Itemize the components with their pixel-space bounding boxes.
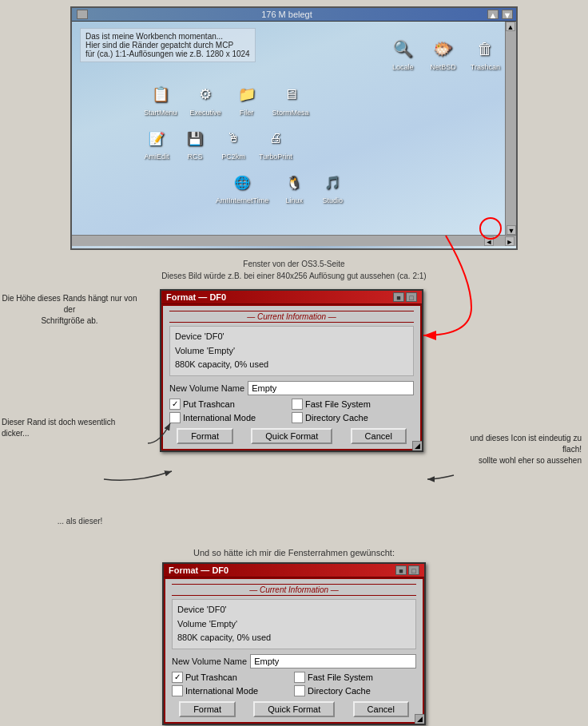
checkbox-trashcan-label-2: Put Trashcan: [185, 672, 237, 682]
wb-icons-top: 🔍 Locale 🐡 NetBSD 🗑 Trashcan: [390, 36, 500, 71]
wb-title-btn-left[interactable]: [77, 10, 88, 19]
checkbox-trashcan-box-1[interactable]: ✓: [169, 399, 181, 410]
filer-icon: 📁: [234, 81, 260, 107]
title-btn-zoom[interactable]: □: [406, 292, 417, 302]
wb-icon-netbsd[interactable]: 🐡 NetBSD: [430, 36, 456, 71]
annotation-resolution: Dieses Bild würde z.B. bei einer 840x256…: [0, 270, 588, 282]
studio-icon: 🎵: [320, 169, 345, 195]
checkbox-dircache-box-1[interactable]: [292, 412, 303, 423]
info-section-2: Device 'DF0' Volume 'Empty' 880K capacit…: [172, 599, 416, 649]
checkbox-row2-1: International Mode Directory Cache: [169, 412, 414, 423]
checkbox-trashcan-2: ✓ Put Trashcan: [172, 672, 294, 683]
annotation-top: Fenster von der OS3.5-Seite Dieses Bild …: [0, 258, 588, 282]
wb-icon-rcs[interactable]: 💾 RCS: [182, 125, 208, 161]
button-row-2: Format Quick Format Cancel: [172, 701, 416, 717]
wb-icons-row4: 🌐 AmIInternetTime 🐧 Linux 🎵 Studio: [216, 169, 345, 204]
wb-scrollbar-bottom[interactable]: ◄ ►: [72, 235, 516, 246]
info-line3-2: 880K capacity, 0% used: [177, 631, 411, 645]
format-title-1: Format — DF0: [166, 292, 393, 302]
checkbox-ffs-box-2[interactable]: [294, 672, 305, 683]
format-title-btns-2: ■ □: [395, 565, 419, 575]
button-row-1: Format Quick Format Cancel: [169, 428, 414, 444]
wb-icon-pc2km[interactable]: 🖱 PC2km: [220, 125, 246, 161]
annotation-left-top: Die Höhe dieses Rands hängt nur von der …: [2, 293, 137, 327]
volume-field-row-1: New Volume Name: [169, 381, 414, 395]
format-titlebar-1: Format — DF0 ■ □: [161, 291, 422, 304]
checkbox-dircache-1: Directory Cache: [292, 412, 414, 423]
pc2km-icon: 🖱: [220, 125, 246, 151]
format-title-2: Format — DF0: [169, 565, 395, 575]
checkbox-ffs-label-1: Fast File System: [305, 399, 371, 409]
wb-title-btn-min[interactable]: ▲: [487, 10, 499, 19]
checkbox-row2-2: International Mode Directory Cache: [172, 685, 416, 696]
wb-icon-linux[interactable]: 🐧 Linux: [281, 169, 307, 204]
checkbox-row1-1: ✓ Put Trashcan Fast File System: [169, 399, 414, 410]
checkbox-ffs-2: Fast File System: [294, 672, 416, 683]
turboprint-icon: 🖨: [263, 125, 288, 151]
checkbox-intl-box-2[interactable]: [172, 685, 183, 696]
trashcan-icon: 🗑: [472, 36, 498, 61]
second-section-intro: Und so hätte ich mir die Fensterrahmen g…: [0, 548, 588, 557]
quick-format-button-2[interactable]: Quick Format: [253, 701, 335, 717]
wb-icon-amiedit[interactable]: 📝 AmiEdit: [144, 125, 169, 161]
wb-icon-stormmesa[interactable]: 🖥 StormMesa: [272, 81, 309, 117]
checkbox-intl-label-1: International Mode: [183, 413, 256, 423]
info-section-1: Device 'DF0' Volume 'Empty' 880K capacit…: [169, 326, 414, 376]
volume-input-2[interactable]: [250, 654, 416, 668]
checkbox-dircache-label-1: Directory Cache: [305, 413, 368, 423]
title-btn-zoom-2[interactable]: □: [408, 565, 419, 575]
info-line1-1: Device 'DF0': [175, 330, 408, 344]
format-title-btns: ■ □: [393, 292, 417, 302]
wb-icon-turboprint[interactable]: 🖨 TurboPrint: [259, 125, 292, 161]
linux-icon: 🐧: [281, 169, 307, 195]
wb-icons-row3: 📝 AmiEdit 💾 RCS 🖱 PC2km 🖨 TurboPrint: [144, 125, 292, 161]
checkbox-ffs-1: Fast File System: [292, 399, 414, 410]
wb-icon-executive[interactable]: ⚙ Executive: [190, 81, 221, 117]
info-line2-2: Volume 'Empty': [177, 617, 411, 632]
checkbox-intl-1: International Mode: [169, 412, 292, 423]
startmenu-icon: 📋: [148, 81, 173, 107]
cancel-button-1[interactable]: Cancel: [351, 428, 407, 444]
quick-format-button-1[interactable]: Quick Format: [251, 428, 332, 444]
checkbox-trashcan-label-1: Put Trashcan: [183, 399, 235, 409]
workbench-description: Das ist meine Workbench momentan... Hier…: [80, 28, 256, 62]
wb-title-btn-max[interactable]: ▼: [502, 10, 513, 19]
wb-icon-amiitime[interactable]: 🌐 AmIInternetTime: [216, 169, 268, 204]
volume-label-2: New Volume Name: [172, 657, 247, 666]
checkbox-row1-2: ✓ Put Trashcan Fast File System: [172, 672, 416, 683]
checkbox-ffs-box-1[interactable]: [292, 399, 303, 410]
amiitime-icon: 🌐: [229, 169, 255, 195]
format-button-2[interactable]: Format: [179, 701, 236, 717]
checkbox-dircache-2: Directory Cache: [294, 685, 416, 696]
info-line2-1: Volume 'Empty': [175, 344, 408, 359]
annotation-right-top: und dieses Icon ist eindeutig zu flach! …: [454, 433, 582, 466]
section-label-2: — Current Information —: [172, 584, 416, 596]
checkbox-dircache-box-2[interactable]: [294, 685, 305, 696]
wb-icon-studio[interactable]: 🎵 Studio: [320, 169, 345, 204]
wb-icons-row2: 📋 StartMenu ⚙ Executive 📁 Filer 🖥 StormM…: [144, 81, 309, 117]
wb-icon-startmenu[interactable]: 📋 StartMenu: [144, 81, 177, 117]
info-line1-2: Device 'DF0': [177, 603, 411, 617]
format-body-2: — Current Information — Device 'DF0' Vol…: [165, 579, 423, 722]
title-btn-depth-2[interactable]: ■: [395, 565, 407, 575]
format-button-1[interactable]: Format: [177, 428, 233, 444]
format-dialog-1: Format — DF0 ■ □ — Current Information —…: [160, 289, 423, 452]
volume-label-1: New Volume Name: [169, 383, 244, 393]
resize-handle-2[interactable]: ◢: [415, 714, 424, 724]
volume-input-1[interactable]: [248, 381, 414, 395]
format-body-1: — Current Information — Device 'DF0' Vol…: [163, 306, 420, 449]
section-label-1: — Current Information —: [169, 311, 414, 323]
workbench-title: 176 M belegt: [88, 10, 486, 19]
format-titlebar-2: Format — DF0 ■ □: [164, 564, 424, 577]
wb-icon-locale[interactable]: 🔍 Locale: [390, 36, 415, 71]
wb-icon-filer[interactable]: 📁 Filer: [234, 81, 260, 117]
title-btn-depth[interactable]: ■: [393, 292, 404, 302]
cancel-button-2[interactable]: Cancel: [353, 701, 409, 717]
checkbox-trashcan-1: ✓ Put Trashcan: [169, 399, 292, 410]
wb-icon-trashcan[interactable]: 🗑 Trashcan: [471, 36, 500, 71]
resize-handle-1[interactable]: ◢: [412, 441, 422, 450]
wb-scrollbar-right[interactable]: ▲ ▼: [505, 22, 516, 246]
amiedit-icon: 📝: [144, 125, 169, 151]
checkbox-intl-box-1[interactable]: [169, 412, 181, 423]
checkbox-trashcan-box-2[interactable]: ✓: [172, 672, 183, 683]
